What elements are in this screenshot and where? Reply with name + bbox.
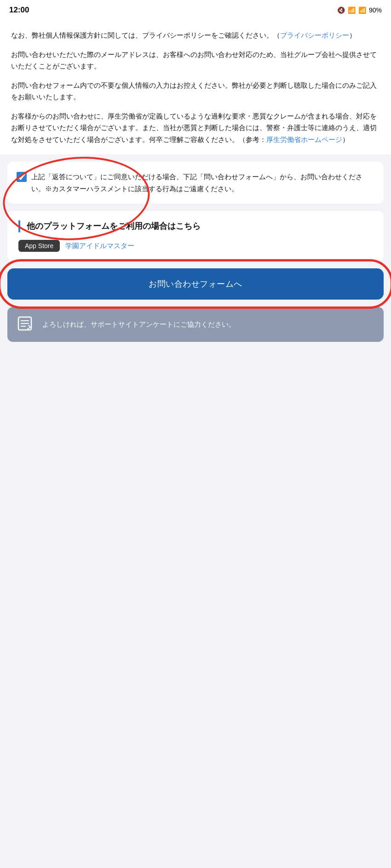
policy-section: なお、弊社個人情報保護方針に関しては、プライバシーポリシーをご確認ください。（プ…	[0, 20, 391, 154]
mute-icon: 🔇	[337, 6, 345, 14]
labor-ministry-link[interactable]: 厚生労働省ホームページ	[266, 136, 342, 143]
status-bar: 12:00 🔇 📶 📶 90%	[0, 0, 391, 20]
survey-text: よろしければ、サポートサイトアンケートにご協力ください。	[42, 319, 236, 330]
app-store-badge: App Store	[18, 240, 60, 252]
platform-header: 他のプラットフォームをご利用の場合はこちら	[18, 220, 373, 233]
battery-level: 90%	[369, 6, 382, 14]
policy-paragraph-3: お問い合わせフォーム内での不要な個人情報の入力はお控えください。弊社が必要と判断…	[11, 79, 380, 103]
platform-section: 他のプラットフォームをご利用の場合はこちら App Store 学園アイドルマス…	[7, 211, 384, 261]
checkbox-wrapper[interactable]	[17, 172, 27, 184]
platform-links: App Store 学園アイドルマスター	[18, 240, 373, 252]
game-link[interactable]: 学園アイドルマスター	[65, 242, 134, 250]
survey-icon	[17, 315, 35, 334]
policy-paragraph-4: お客様からのお問い合わせに、厚生労働省が定義しているような過剰な要求・悪質なクレ…	[11, 110, 380, 146]
contact-section: お問い合わせフォームへ	[7, 268, 384, 300]
survey-banner[interactable]: よろしければ、サポートサイトアンケートにご協力ください。	[7, 307, 384, 342]
contact-form-button[interactable]: お問い合わせフォームへ	[7, 268, 384, 300]
checkbox-row: 上記「返答について」にご同意いただける場合、下記「問い合わせフォームへ」から、お…	[17, 171, 374, 194]
signal-icon: 📶	[358, 6, 366, 14]
privacy-policy-link[interactable]: プライバシーポリシー	[280, 31, 349, 39]
agreement-section: 上記「返答について」にご同意いただける場合、下記「問い合わせフォームへ」から、お…	[7, 162, 384, 204]
status-time: 12:00	[9, 6, 29, 15]
status-icons: 🔇 📶 📶 90%	[337, 6, 382, 14]
policy-paragraph-2: お問い合わせいただいた際のメールアドレスは、お客様へのお問い合わせ対応のため、当…	[11, 49, 380, 72]
wifi-icon: 📶	[348, 6, 356, 14]
platform-title: 他のプラットフォームをご利用の場合はこちら	[20, 220, 201, 233]
agreement-checkbox[interactable]	[17, 172, 27, 182]
agreement-label: 上記「返答について」にご同意いただける場合、下記「問い合わせフォームへ」から、お…	[31, 171, 374, 194]
policy-paragraph-1: なお、弊社個人情報保護方針に関しては、プライバシーポリシーをご確認ください。（プ…	[11, 29, 380, 41]
